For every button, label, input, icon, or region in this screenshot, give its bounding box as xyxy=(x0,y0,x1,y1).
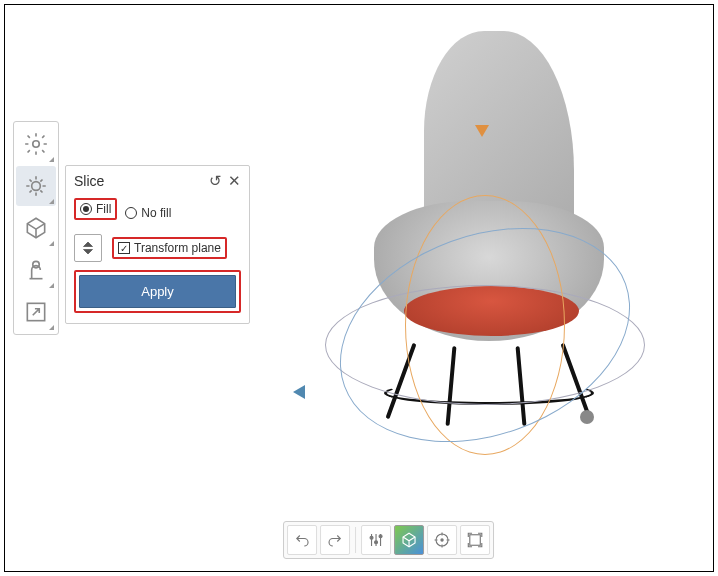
apply-label: Apply xyxy=(141,284,174,299)
svg-point-9 xyxy=(379,535,382,538)
fill-label: Fill xyxy=(96,202,111,216)
apply-button[interactable]: Apply xyxy=(79,275,236,308)
gizmo-handle-orange[interactable] xyxy=(475,125,489,137)
redo-button[interactable] xyxy=(320,525,350,555)
svg-point-7 xyxy=(370,536,373,539)
export-tool[interactable] xyxy=(16,292,56,332)
gizmo-handle-blue[interactable] xyxy=(293,385,305,399)
checkbox-icon xyxy=(118,242,130,254)
left-toolbar xyxy=(13,121,59,335)
gizmo-handle-gray[interactable] xyxy=(580,410,594,424)
viewport-3d[interactable] xyxy=(265,15,703,511)
svg-rect-13 xyxy=(470,535,481,546)
svg-point-8 xyxy=(375,541,378,544)
transform-plane-checkbox[interactable]: Transform plane xyxy=(112,237,227,259)
radio-icon xyxy=(125,207,137,219)
svg-point-0 xyxy=(33,141,40,148)
mesh-tool[interactable] xyxy=(16,208,56,248)
fill-radio[interactable]: Fill xyxy=(80,202,111,216)
view-cube-button[interactable] xyxy=(394,525,424,555)
close-icon[interactable]: ✕ xyxy=(228,172,241,190)
panel-title: Slice xyxy=(74,173,104,189)
nofill-radio[interactable]: No fill xyxy=(125,206,171,220)
undo-button[interactable] xyxy=(287,525,317,555)
transform-label: Transform plane xyxy=(134,241,221,255)
settings-tool[interactable] xyxy=(16,124,56,164)
svg-point-12 xyxy=(441,539,443,541)
adjust-button[interactable] xyxy=(361,525,391,555)
svg-point-3 xyxy=(33,261,40,268)
slice-panel: Slice ↺ ✕ Fill No fill xyxy=(65,165,250,324)
bottom-toolbar xyxy=(283,521,494,559)
center-button[interactable] xyxy=(427,525,457,555)
svg-marker-6 xyxy=(84,250,93,255)
separator xyxy=(355,527,356,553)
inspect-tool[interactable] xyxy=(16,250,56,290)
apply-highlight: Apply xyxy=(74,270,241,313)
bounds-button[interactable] xyxy=(460,525,490,555)
svg-point-1 xyxy=(32,182,41,191)
panel-header: Slice ↺ ✕ xyxy=(74,172,241,190)
transform-row: Transform plane xyxy=(74,234,241,262)
reset-icon[interactable]: ↺ xyxy=(209,172,222,190)
chair-model xyxy=(344,31,624,431)
app-frame: Slice ↺ ✕ Fill No fill xyxy=(4,4,714,572)
radio-icon xyxy=(80,203,92,215)
fill-radio-group: Fill xyxy=(74,198,117,220)
plane-orientation-button[interactable] xyxy=(74,234,102,262)
nofill-label: No fill xyxy=(141,206,171,220)
slice-tool[interactable] xyxy=(16,166,56,206)
svg-marker-5 xyxy=(84,242,93,247)
